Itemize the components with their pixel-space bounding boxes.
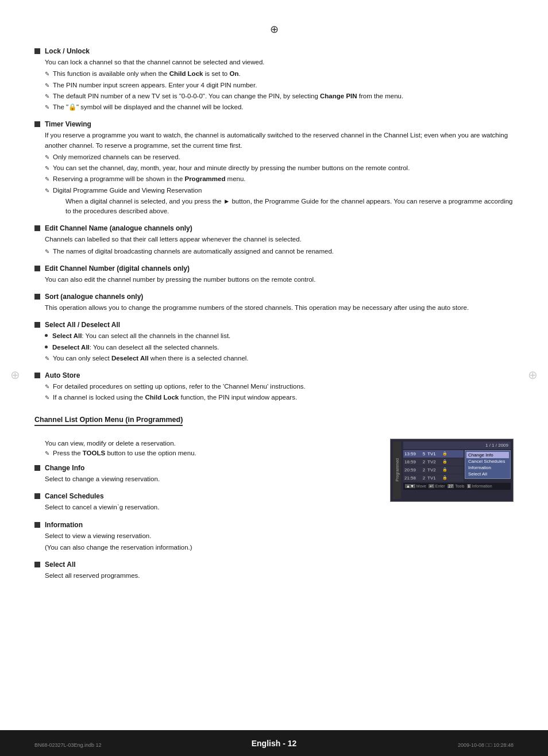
tv-footer: ▲▼ Move ↵ Enter 27 Tools ℹ Information	[403, 483, 511, 490]
tv-row-2: 18:59 2 TV2 🔒	[403, 458, 464, 466]
channel-list-text: You can view, modify or delete a reserva…	[34, 439, 379, 589]
tv-row-time: 20:59	[404, 467, 420, 473]
tv-menu-item-change-info: Change Info	[466, 452, 509, 458]
tv-menu-item-information: Information	[466, 465, 509, 471]
channel-intro: You can view, modify or delete a reserva…	[45, 439, 379, 448]
note-text: The default PIN number of a new TV set i…	[53, 91, 403, 101]
indented-note: When a digital channel is selected, and …	[45, 197, 514, 217]
tv-row-ch: TV2	[427, 467, 442, 473]
note-text: For detailed procedures on setting up op…	[53, 382, 306, 392]
section-edit-channel-name: Edit Channel Name (analogue channels onl…	[34, 224, 514, 256]
note-text: This function is available only when the…	[53, 69, 241, 79]
section-title: Edit Channel Number (digital channels on…	[45, 264, 190, 273]
tv-row-3: 20:59 2 TV2 🔒	[403, 466, 464, 474]
bullet-dot-item: Select All: You can select all the chann…	[45, 331, 514, 341]
section-bullet	[34, 48, 40, 54]
note-item: ✎ Digital Programme Guide and Viewing Re…	[45, 186, 514, 195]
top-symbol: ⊕	[34, 23, 514, 36]
note-icon: ✎	[45, 92, 49, 101]
section-title: Information	[45, 521, 83, 529]
section-bullet	[34, 225, 40, 231]
section-title: Select All / Deselect All	[45, 321, 120, 329]
section-edit-channel-number: Edit Channel Number (digital channels on…	[34, 264, 514, 285]
channel-list-section: Channel List Option Menu (in Programmed)	[34, 411, 514, 432]
channel-section-intro: You can view, modify or delete a reserva…	[34, 439, 379, 459]
note-icon: ✎	[45, 103, 49, 112]
note-item: ✎ This function is available only when t…	[45, 69, 514, 79]
tv-row-time: 13:59	[404, 451, 420, 456]
section-title: Change Info	[45, 464, 84, 472]
bullet-dot	[45, 346, 48, 348]
note-item: ✎ If a channel is locked using the Child…	[45, 393, 514, 402]
section-sort: Sort (analogue channels only) This opera…	[34, 293, 514, 313]
note-text: The names of digital broadcasting channe…	[53, 247, 334, 256]
tv-row-4: 21:58 2 TV1 🔒	[403, 474, 464, 482]
section-title: Sort (analogue channels only)	[45, 293, 143, 301]
section-intro: If you reserve a programme you want to w…	[45, 131, 514, 151]
tv-row-time: 21:58	[404, 475, 420, 481]
tv-footer-info: ℹ Information	[467, 484, 492, 489]
tv-screenshot-panel: Programmed 1 / 1 / 2009 13:59	[390, 439, 514, 502]
note-text: You can only select Deselect All when th…	[53, 354, 249, 363]
section-bullet	[34, 294, 40, 300]
tv-row-icon: 🔒	[442, 451, 449, 456]
channel-list-content: You can view, modify or delete a reserva…	[34, 439, 514, 589]
note-item: ✎ Press the TOOLS button to use the opti…	[45, 448, 379, 458]
sub-section-cancel-schedules: Cancel Schedules Select to cancel a view…	[34, 492, 379, 512]
tv-footer-tools: 27 Tools	[447, 484, 465, 489]
section-intro: This operation allows you to change the …	[45, 303, 514, 313]
section-bullet	[34, 373, 40, 378]
page-number: English - 12	[252, 739, 297, 748]
page-container: ⊕ ⊕ ⊕ Lock / Unlock You can lock a chann…	[0, 0, 548, 756]
note-text: Press the TOOLS button to use the option…	[53, 448, 196, 458]
left-margin-symbol: ⊕	[10, 368, 20, 382]
sub-section-information: Information Select to view a viewing res…	[34, 521, 379, 553]
note-item: ✎ The default PIN number of a new TV set…	[45, 91, 514, 101]
note-text: Digital Programme Guide and Viewing Rese…	[53, 186, 202, 195]
footer-left: BN68-02327L-03Eng.indb 12	[34, 742, 102, 748]
section-bullet	[34, 266, 40, 271]
channel-list-heading: Channel List Option Menu (in Programmed)	[34, 416, 183, 426]
section-title: Edit Channel Name (analogue channels onl…	[45, 224, 192, 232]
section-body: Select to change a viewing reservation.	[34, 474, 379, 484]
section-body: This operation allows you to change the …	[34, 303, 514, 313]
note-icon: ✎	[45, 354, 49, 363]
note-icon: ✎	[45, 449, 49, 458]
section-bullet	[34, 121, 40, 127]
note-text: Only memorized channels can be reserved.	[53, 152, 180, 162]
section-bullet	[34, 493, 40, 499]
note-icon: ✎	[45, 164, 49, 172]
section-body: Channels can labelled so that their call…	[34, 235, 514, 256]
note-text: If a channel is locked using the Child L…	[53, 393, 297, 402]
note-item: ✎ The PIN number input screen appears. E…	[45, 80, 514, 90]
section-intro: Select to cancel a viewin`g reservation.	[45, 502, 379, 512]
tv-row-icon: 🔒	[442, 467, 449, 472]
note-item: ✎ The names of digital broadcasting chan…	[45, 247, 514, 256]
tv-row-ch: TV2	[427, 459, 442, 465]
section-timer-viewing: Timer Viewing If you reserve a programme…	[34, 120, 514, 216]
section-select-deselect: Select All / Deselect All Select All: Yo…	[34, 321, 514, 363]
note-item: ✎ The "🔒" symbol will be displayed and t…	[45, 102, 514, 112]
section-intro: You can lock a channel so that the chann…	[45, 57, 514, 67]
tv-row-icon: 🔒	[442, 459, 449, 464]
bullet-dot-item: Deselect All: You can deselect all the s…	[45, 343, 514, 352]
tv-row-ch: TV1	[427, 475, 442, 481]
section-body: Select to view a viewing reservation. (Y…	[34, 531, 379, 553]
section-body: If you reserve a programme you want to w…	[34, 131, 514, 216]
tv-menu-item-select-all: Select All	[466, 471, 509, 477]
note-text: The PIN number input screen appears. Ent…	[53, 80, 257, 90]
section-auto-store: Auto Store ✎ For detailed procedures on …	[34, 371, 514, 403]
tv-date: 1 / 1 / 2009	[403, 442, 511, 449]
section-extra: (You can also change the reservation inf…	[45, 543, 379, 552]
section-bullet	[34, 465, 40, 471]
section-title: Cancel Schedules	[45, 492, 104, 500]
tv-row-num: 2	[420, 459, 427, 465]
section-intro: You can also edit the channel number by …	[45, 275, 514, 285]
tv-row-num: 2	[420, 475, 427, 481]
section-body: You can lock a channel so that the chann…	[34, 57, 514, 112]
section-lock-unlock: Lock / Unlock You can lock a channel so …	[34, 47, 514, 112]
note-text: You can set the channel, day, month, yea…	[53, 163, 410, 173]
bullet-item-text: Select All: You can select all the chann…	[52, 331, 230, 341]
section-body: Select to cancel a viewin`g reservation.	[34, 502, 379, 512]
note-icon: ✎	[45, 175, 49, 183]
